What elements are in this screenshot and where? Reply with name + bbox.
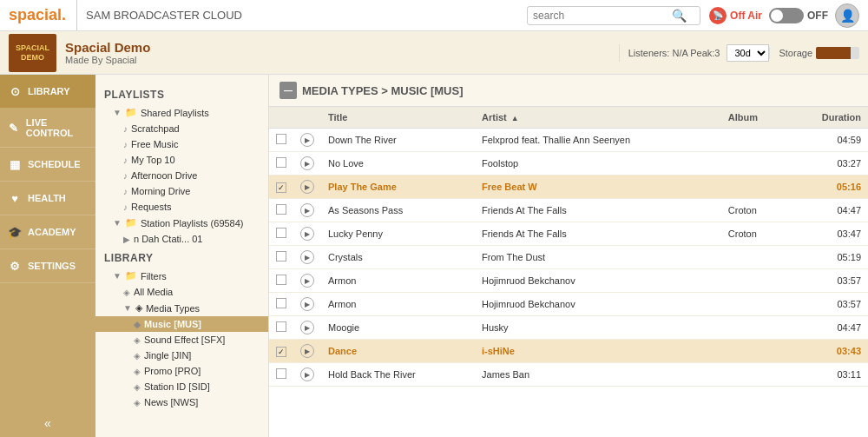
library-item-music-mus[interactable]: ◈ Music [MUS] <box>95 316 268 332</box>
playlist-label-morning-drive: Morning Drive <box>131 186 190 196</box>
table-row: ▶ Crystals From The Dust 05:19 <box>269 246 868 269</box>
on-air-button[interactable]: 📡 Off Air <box>709 7 762 24</box>
row-play[interactable]: ▶ <box>293 316 321 340</box>
health-icon: ♥ <box>7 190 23 206</box>
off-label: OFF <box>807 10 828 22</box>
sidebar-item-academy[interactable]: 🎓 ACADEMY <box>0 215 95 249</box>
station-sub-item[interactable]: ▶ n Dah Ctati... 01 <box>95 231 268 247</box>
row-play[interactable]: ▶ <box>293 152 321 175</box>
row-checkbox[interactable] <box>269 152 293 175</box>
row-checkbox[interactable]: ✓ <box>269 175 293 199</box>
search-input[interactable] <box>533 10 672 22</box>
library-label-news: News [NWS] <box>144 397 198 407</box>
media-types-folder[interactable]: ▼ ◈ Media Types <box>95 300 268 316</box>
col-check <box>269 107 293 129</box>
station-logo: SPACIAL DEMO <box>9 34 56 72</box>
search-icon[interactable]: 🔍 <box>672 9 687 23</box>
playlist-item-my-top-10[interactable]: ♪ My Top 10 <box>95 152 268 168</box>
shared-playlists-folder[interactable]: ▼ 📁 Shared Playlists <box>95 104 268 121</box>
playlist-item-afternoon-drive[interactable]: ♪ Afternoon Drive <box>95 168 268 183</box>
row-play[interactable]: ▶ <box>293 199 321 222</box>
row-artist: Husky <box>475 316 721 340</box>
sidebar-item-schedule[interactable]: ▦ SCHEDULE <box>0 148 95 182</box>
filters-label: Filters <box>141 271 167 281</box>
row-play[interactable]: ▶ <box>293 269 321 293</box>
row-play[interactable]: ▶ <box>293 175 321 199</box>
sidebar-item-label-academy: ACADEMY <box>28 227 76 237</box>
sidebar-item-settings[interactable]: ⚙ SETTINGS <box>0 249 95 283</box>
row-checkbox[interactable] <box>269 129 293 152</box>
logo-text: spacial. <box>9 6 66 24</box>
library-item-news[interactable]: ◈ News [NWS] <box>95 394 268 410</box>
library-label-jingle: Jingle [JIN] <box>144 350 191 361</box>
sidebar-item-health[interactable]: ♥ HEALTH <box>0 182 95 215</box>
row-title: Moogie <box>321 316 475 340</box>
row-artist: Hojimruod Bekchanov <box>475 293 721 316</box>
col-duration[interactable]: Duration <box>787 107 868 129</box>
breadcrumb: MEDIA TYPES > MUSIC [MUS] <box>302 84 464 97</box>
table-row: ✓ ▶ Dance i-sHiNe 03:43 <box>269 340 868 363</box>
playlists-title: PLAYLISTS <box>95 83 268 104</box>
row-checkbox[interactable] <box>269 316 293 340</box>
row-checkbox[interactable] <box>269 293 293 316</box>
col-artist[interactable]: Artist ▲ <box>475 107 721 129</box>
filters-folder[interactable]: ▼ 📁 Filters <box>95 268 268 284</box>
listeners-section: Listeners: N/A Peak:3 30d <box>619 44 770 62</box>
table-row: ▶ Hold Back The River James Ban 03:11 <box>269 363 868 387</box>
row-checkbox[interactable] <box>269 246 293 269</box>
row-play[interactable]: ▶ <box>293 246 321 269</box>
row-duration: 03:57 <box>787 269 868 293</box>
playlist-item-scratchpad[interactable]: ♪ Scratchpad <box>95 121 268 136</box>
avatar[interactable]: 👤 <box>835 3 859 28</box>
row-checkbox[interactable] <box>269 199 293 222</box>
row-album <box>721 152 787 175</box>
toggle-switch[interactable] <box>769 8 804 23</box>
col-album[interactable]: Album <box>721 107 787 129</box>
library-item-jingle[interactable]: ◈ Jingle [JIN] <box>95 348 268 363</box>
library-item-sound-effect[interactable]: ◈ Sound Effect [SFX] <box>95 332 268 348</box>
row-artist: Foolstop <box>475 152 721 175</box>
row-title: Down The River <box>321 129 475 152</box>
row-duration: 03:57 <box>787 293 868 316</box>
playlist-item-free-music[interactable]: ♪ Free Music <box>95 136 268 152</box>
station-playlists-folder[interactable]: ▼ 📁 Station Playlists (69584) <box>95 215 268 231</box>
off-toggle: OFF <box>769 8 828 23</box>
playlist-label-my-top-10: My Top 10 <box>131 155 175 165</box>
row-play[interactable]: ▶ <box>293 222 321 246</box>
row-play[interactable]: ▶ <box>293 340 321 363</box>
row-title: No Love <box>321 152 475 175</box>
row-checkbox[interactable] <box>269 269 293 293</box>
playlist-label-afternoon-drive: Afternoon Drive <box>131 170 197 181</box>
nav-collapse-button[interactable]: « <box>0 409 95 437</box>
row-duration: 05:19 <box>787 246 868 269</box>
row-artist: James Ban <box>475 363 721 387</box>
all-media-item[interactable]: ◈ All Media <box>95 284 268 300</box>
radio-icon: 📡 <box>709 7 727 24</box>
library-item-station-id[interactable]: ◈ Station ID [SID] <box>95 379 268 394</box>
sidebar-item-library[interactable]: ⊙ LIBRARY <box>0 75 95 109</box>
settings-icon: ⚙ <box>7 258 23 274</box>
left-nav: ⊙ LIBRARY ✎ LIVE CONTROL ▦ SCHEDULE ♥ HE… <box>0 75 95 437</box>
row-checkbox[interactable] <box>269 222 293 246</box>
station-logo-line1: SPACIAL <box>16 43 49 53</box>
row-play[interactable]: ▶ <box>293 293 321 316</box>
folder-icon-station: 📁 <box>125 217 137 228</box>
duration-select[interactable]: 30d <box>727 44 769 62</box>
listeners-text: Listeners: N/A Peak:3 <box>628 48 720 58</box>
row-play[interactable]: ▶ <box>293 129 321 152</box>
playlist-item-requests[interactable]: ♪ Requests <box>95 199 268 215</box>
library-item-promo[interactable]: ◈ Promo [PRO] <box>95 363 268 379</box>
sidebar-item-live-control[interactable]: ✎ LIVE CONTROL <box>0 109 95 148</box>
col-title[interactable]: Title <box>321 107 475 129</box>
playlist-item-morning-drive[interactable]: ♪ Morning Drive <box>95 183 268 199</box>
row-artist: Friends At The Falls <box>475 222 721 246</box>
row-checkbox[interactable] <box>269 363 293 387</box>
row-play[interactable]: ▶ <box>293 363 321 387</box>
collapse-button[interactable]: — <box>279 82 297 99</box>
search-bar[interactable]: 🔍 <box>527 6 700 25</box>
row-checkbox[interactable]: ✓ <box>269 340 293 363</box>
row-title: Dance <box>321 340 475 363</box>
row-duration: 03:27 <box>787 152 868 175</box>
row-artist: Friends At The Falls <box>475 199 721 222</box>
table-header: Title Artist ▲ Album Duration <box>269 107 868 129</box>
